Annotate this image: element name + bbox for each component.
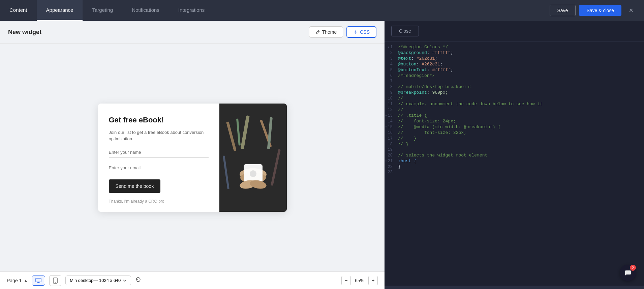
widget-footer-link: Thanks, I'm already a CRO pro	[109, 199, 209, 204]
save-button[interactable]: Save	[550, 5, 576, 16]
code-line: 6/*#endregion*/	[385, 73, 644, 79]
code-panel-header: Close	[385, 21, 644, 41]
code-line: 18// }	[385, 141, 644, 147]
code-line: 10//	[385, 95, 644, 101]
canvas-tools: Theme CSS	[309, 26, 376, 38]
refresh-button[interactable]	[135, 277, 141, 284]
page-chevron-icon: ▲	[24, 278, 28, 283]
theme-button[interactable]: Theme	[309, 26, 343, 38]
desktop-icon	[35, 278, 41, 283]
code-line: 17// }	[385, 136, 644, 141]
zoom-controls: − 65% +	[341, 276, 378, 285]
viewport-selector[interactable]: Min desktop— 1024 x 640	[65, 276, 131, 285]
close-panel-button[interactable]: Close	[391, 26, 419, 36]
chat-notification-badge: 2	[630, 265, 636, 271]
code-line: 14// font-size: 24px;	[385, 118, 644, 124]
zoom-out-button[interactable]: −	[341, 276, 351, 285]
refresh-icon	[135, 277, 141, 283]
close-button[interactable]: ×	[625, 7, 637, 14]
brush-icon	[315, 30, 320, 34]
widget-popup-description: Join our list to get a free eBook about …	[109, 129, 209, 142]
zoom-in-button[interactable]: +	[368, 276, 378, 285]
code-line: 22}	[385, 164, 644, 170]
save-close-button[interactable]: Save & close	[579, 5, 621, 16]
code-line: 16// font-size: 32px;	[385, 130, 644, 136]
widget-email-input[interactable]	[109, 163, 209, 173]
code-line: 5@buttonText: #ffffff;	[385, 67, 644, 73]
fold-icon[interactable]: ▾	[385, 160, 387, 163]
code-panel: Close ▾1/*#region Colors */ 2@background…	[385, 21, 644, 289]
canvas-header: New widget Theme CSS	[0, 21, 385, 44]
viewport-label: Min desktop— 1024 x 640	[70, 278, 121, 283]
code-line: ▾13// .title {	[385, 113, 644, 118]
svg-point-16	[55, 282, 56, 283]
code-line: 4@button: #262c31;	[385, 61, 644, 67]
horizontal-scrollbar[interactable]	[385, 286, 644, 289]
widget-image	[219, 104, 287, 212]
css-button[interactable]: CSS	[346, 26, 376, 38]
fold-icon[interactable]: ▾	[385, 114, 387, 118]
desktop-device-button[interactable]	[32, 276, 45, 286]
code-line: 20// selects the widget root element	[385, 152, 644, 158]
canvas-area: New widget Theme CSS	[0, 21, 385, 289]
code-line: 7	[385, 79, 644, 84]
mobile-icon	[53, 278, 58, 284]
widget-name-label: New widget	[8, 29, 41, 36]
code-line: 3@text: #262c31;	[385, 56, 644, 61]
code-line: ▾15// @media (min-width: @breakpoint) {	[385, 124, 644, 130]
chat-icon	[624, 269, 632, 277]
mobile-device-button[interactable]	[49, 275, 61, 286]
tab-appearance[interactable]: Appearance	[37, 0, 83, 21]
code-line: 19	[385, 147, 644, 152]
widget-form: Get free eBook! Join our list to get a f…	[98, 104, 219, 212]
main-container: New widget Theme CSS	[0, 21, 644, 289]
nav-actions: Save Save & close ×	[550, 5, 644, 16]
chat-button[interactable]: 2	[620, 265, 636, 281]
fold-icon[interactable]: ▾	[388, 46, 390, 49]
fold-icon[interactable]: ▾	[385, 125, 387, 129]
canvas-content: Get free eBook! Join our list to get a f…	[0, 44, 385, 271]
top-nav: Content Appearance Targeting Notificatio…	[0, 0, 644, 21]
code-line: ▾21:host {	[385, 158, 644, 164]
widget-popup-title: Get free eBook!	[109, 116, 209, 124]
code-line: ▾1/*#region Colors */	[385, 44, 644, 50]
widget-name-input[interactable]	[109, 147, 209, 158]
tab-targeting[interactable]: Targeting	[83, 0, 122, 21]
code-line: 12//	[385, 107, 644, 113]
code-line: 11// example, uncomment the code down be…	[385, 101, 644, 107]
svg-point-9	[250, 170, 256, 177]
bottom-bar: Page 1 ▲ Min desktop— 1024 x 640	[0, 271, 385, 289]
code-line: 2@background: #ffffff;	[385, 50, 644, 56]
chevron-down-icon	[123, 279, 127, 283]
code-line: 9@breakpoint: 960px;	[385, 90, 644, 95]
tab-notifications[interactable]: Notifications	[122, 0, 169, 21]
widget-popup: Get free eBook! Join our list to get a f…	[98, 104, 287, 212]
zoom-level: 65%	[354, 278, 366, 283]
lightning-icon	[353, 30, 358, 34]
tab-integrations[interactable]: Integrations	[169, 0, 214, 21]
code-editor[interactable]: ▾1/*#region Colors */ 2@background: #fff…	[385, 41, 644, 286]
code-line: 23	[385, 170, 644, 175]
widget-cta-button[interactable]: Send me the book	[109, 179, 161, 193]
code-line: 8// mobile/desktop breakpoint	[385, 84, 644, 90]
page-selector[interactable]: Page 1 ▲	[7, 278, 28, 283]
tab-content[interactable]: Content	[0, 0, 37, 21]
svg-rect-14	[36, 278, 41, 282]
